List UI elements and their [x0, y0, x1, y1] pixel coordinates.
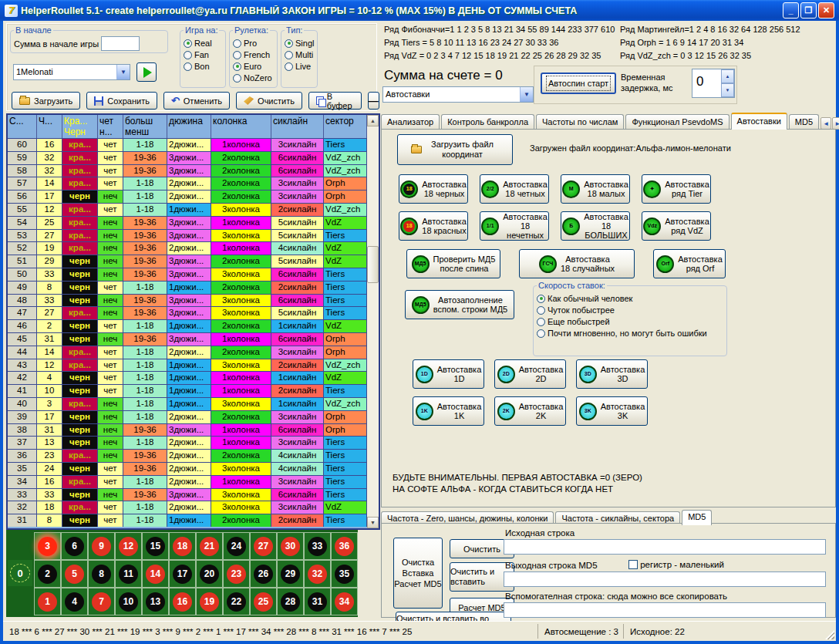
Отменить-button[interactable]: ↶Отменить [163, 92, 230, 110]
table-row[interactable]: 5714кра...чет1-182дюжи...2колонка3сиклай… [8, 177, 367, 190]
table-row[interactable]: 4110чернчет1-181дюжи...1колонка2сиклайнT… [8, 384, 367, 397]
bet-button-18-малых[interactable]: МАвтоставка18 малых [561, 174, 630, 204]
chevron-down-icon[interactable]: ▼ [520, 87, 533, 102]
roulette-cell-26[interactable]: 26 [251, 561, 276, 587]
radio-group-2-option-Live[interactable]: Live [285, 62, 314, 71]
roulette-cell-30[interactable]: 30 [278, 533, 303, 559]
roulette-cell-9[interactable]: 9 [89, 533, 114, 559]
roulette-cell-29[interactable]: 29 [278, 561, 303, 587]
table-row[interactable]: 6016кра...чет1-182дюжи...1колонка3сиклай… [8, 138, 367, 151]
radio-icon[interactable] [233, 39, 241, 48]
roulette-cell-34[interactable]: 34 [332, 588, 357, 615]
bet-button-1K[interactable]: 1KАвтоставка1K [413, 396, 484, 426]
radio-group-0-option-Fan[interactable]: Fan [184, 50, 222, 59]
roulette-cell-36[interactable]: 36 [332, 533, 357, 559]
roulette-cell-33[interactable]: 33 [305, 533, 330, 559]
table-row[interactable]: 3524чернчет19-362дюжи...3колонка4сиклайн… [8, 462, 367, 475]
bet-button-после-спина[interactable]: МД5Проверить МД5после спина [406, 249, 500, 278]
column-header[interactable]: С... [8, 115, 37, 138]
radio-group-0-option-Real[interactable]: Real [184, 39, 222, 48]
case-checkbox[interactable] [628, 560, 638, 569]
radio-group-1-option-French[interactable]: French [233, 50, 274, 59]
table-row[interactable]: 5512кра...чет1-181дюжи...3колонка2сиклай… [8, 203, 367, 216]
table-scrollbar[interactable]: ▲ ▼ [367, 115, 379, 528]
column-header[interactable]: Ч... [37, 115, 62, 138]
roulette-cell-18[interactable]: 18 [170, 533, 195, 559]
radio-icon[interactable] [537, 295, 545, 303]
autospin-start-button[interactable]: Автоспин старт [541, 72, 616, 94]
roulette-cell-7[interactable]: 7 [89, 588, 114, 615]
radio-group-1-option-NoZero[interactable]: NoZero [233, 73, 274, 83]
table-row[interactable]: 5327кра...неч19-363дюжи...3колонка5сикла… [8, 229, 367, 242]
Загрузить-button[interactable]: Загрузить [12, 92, 80, 110]
table-row[interactable]: 4414кра...чет1-182дюжи...2колонка3сиклай… [8, 346, 367, 359]
minus-button[interactable]: — [368, 92, 379, 110]
roulette-cell-5[interactable]: 5 [62, 561, 87, 587]
roulette-cell-6[interactable]: 6 [62, 533, 87, 559]
out-string-input[interactable] [504, 572, 826, 587]
scrollbar-thumb[interactable] [367, 246, 379, 283]
bet-button-вспом-строки-МД5[interactable]: МД5Автозаполнениевспом. строки МД5 [405, 290, 514, 319]
roulette-cell-21[interactable]: 21 [197, 533, 222, 559]
roulette-cell-10[interactable]: 10 [116, 588, 141, 615]
column-header[interactable]: Кра...Черн [62, 115, 98, 138]
table-row[interactable]: 498чернчет1-181дюжи...2колонка2сиклайнTi… [8, 281, 367, 294]
roulette-cell-0[interactable]: 0 [8, 560, 32, 586]
aux-string-input[interactable] [504, 602, 826, 618]
scroll-down-icon[interactable]: ▼ [367, 517, 379, 528]
table-row[interactable]: 3917черннеч1-182дюжи...2колонка3сиклайнO… [8, 410, 367, 423]
table-row[interactable]: 4312кра...чет1-181дюжи...3колонка2сиклай… [8, 359, 367, 372]
roulette-cell-2[interactable]: 2 [35, 561, 60, 587]
source-string-input[interactable] [504, 539, 826, 555]
table-row[interactable]: 318чернчет1-181дюжи...2колонка2сиклайнTi… [8, 514, 367, 527]
radio-icon[interactable] [233, 51, 241, 59]
main-tab-Автоставки[interactable]: Автоставки [731, 113, 787, 130]
bet-button-18-нечетных[interactable]: 1/1Автоставка18 нечетных [480, 211, 549, 241]
table-row[interactable]: 5129черннеч19-363дюжи...2колонка5сиклайн… [8, 255, 367, 268]
table-row[interactable]: 3218кра...чет1-182дюжи...3колонка3сиклай… [8, 501, 367, 514]
radio-group-2-option-Multi[interactable]: Multi [285, 50, 314, 59]
minimize-button[interactable]: _ [783, 2, 799, 19]
radio-icon[interactable] [233, 74, 241, 83]
play-button[interactable] [136, 62, 157, 82]
roulette-cell-28[interactable]: 28 [278, 588, 303, 615]
spinner-down-icon[interactable]: ▼ [721, 83, 734, 97]
column-header[interactable]: сиклайн [271, 115, 324, 138]
radio-group-1-option-Euro[interactable]: Euro [233, 62, 274, 71]
tab-scroll-right-icon[interactable]: ► [832, 117, 839, 130]
roulette-cell-13[interactable]: 13 [143, 588, 168, 615]
roulette-cell-11[interactable]: 11 [116, 561, 141, 587]
tab-scroll-left-icon[interactable]: ◄ [820, 117, 831, 130]
table-row[interactable]: 5932кра...чет19-363дюжи...2колонка6сикла… [8, 151, 367, 164]
roulette-cell-23[interactable]: 23 [224, 561, 249, 587]
column-header[interactable]: четн... [98, 115, 123, 138]
table-row[interactable]: 4531черннеч19-363дюжи...1колонка6сиклайн… [8, 332, 367, 346]
roulette-cell-25[interactable]: 25 [251, 588, 276, 615]
bet-button-ряд-VdZ[interactable]: VdzАвтоставкаряд VdZ [642, 211, 711, 241]
column-header[interactable]: дюжина [167, 115, 211, 138]
bet-speed-option-Чуток побыстрее[interactable]: Чуток побыстрее [537, 305, 723, 315]
radio-icon[interactable] [184, 51, 192, 59]
column-header[interactable]: сектор [324, 115, 367, 138]
radio-icon[interactable] [537, 306, 545, 315]
radio-icon[interactable] [285, 39, 293, 48]
radio-icon[interactable] [233, 62, 241, 71]
table-row[interactable]: 5617черннеч1-182дюжи...2колонка3сиклайнO… [8, 190, 367, 203]
table-row[interactable]: 4727кра...неч19-363дюжи...3колонка5сикла… [8, 306, 367, 319]
bet-button-ряд-Orf[interactable]: OrfАвтоставкаряд Orf [653, 249, 726, 278]
spinner-up-icon[interactable]: ▲ [721, 69, 734, 83]
radio-icon[interactable] [537, 329, 545, 338]
maximize-button[interactable]: ❐ [800, 2, 817, 19]
table-row[interactable]: 3713черннеч1-182дюжи...1колонка3сиклайнT… [8, 436, 367, 449]
radio-group-2-option-Singl[interactable]: Singl [285, 39, 314, 48]
table-row[interactable]: 3416кра...чет1-182дюжи...1колонка3сиклай… [8, 475, 367, 488]
bets-combo[interactable]: Автоставки ▼ [382, 86, 534, 103]
roulette-cell-3[interactable]: 3 [35, 533, 60, 559]
bet-button-2K[interactable]: 2KАвтоставка2K [494, 396, 566, 426]
bet-button-ряд-Tier[interactable]: ✦Автоставкаряд Tier [642, 174, 711, 204]
bet-button-18-черных[interactable]: 18Автоставка18 черных [399, 174, 468, 204]
main-tab-MD5[interactable]: MD5 [789, 114, 819, 130]
roulette-cell-24[interactable]: 24 [224, 533, 249, 559]
roulette-cell-19[interactable]: 19 [197, 588, 222, 615]
main-tab-Контроль банкролла[interactable]: Контроль банкролла [441, 114, 534, 130]
